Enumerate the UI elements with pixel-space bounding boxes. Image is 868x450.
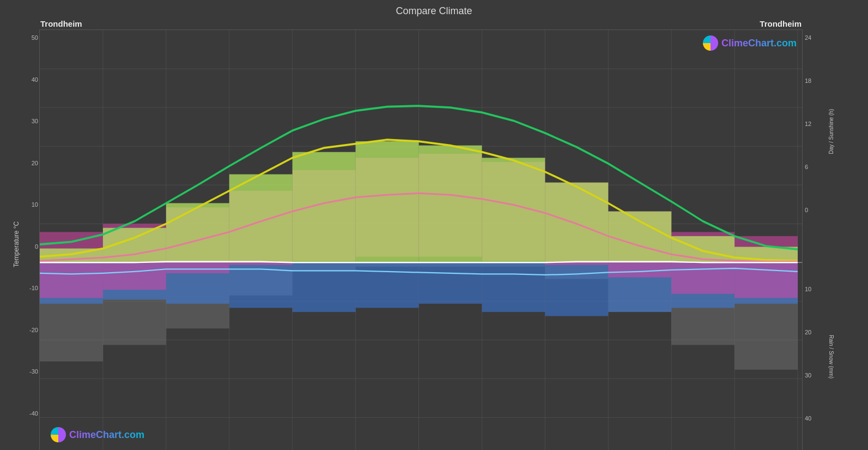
svg-rect-64 [356, 141, 419, 262]
logo-icon-bottom [51, 427, 66, 442]
right-axis-label-sunshine: Day / Sunshine (h) [820, 19, 842, 244]
svg-rect-40 [356, 262, 419, 308]
svg-rect-41 [419, 262, 482, 304]
right-axis-top-numbers: 24 18 12 6 0 10 20 30 40 [803, 19, 820, 450]
watermark-bottom: ClimeChart.com [51, 427, 144, 442]
right-axis-labels: Day / Sunshine (h) Rain / Snow (mm) [820, 19, 857, 450]
chart-area: Temperature °C 50 40 30 20 10 0 -10 -20 … [11, 19, 857, 450]
left-axis-numbers: 50 40 30 20 10 0 -10 -20 -30 -40 -50 [22, 19, 39, 450]
svg-rect-42 [482, 262, 545, 312]
watermark-top: ClimeChart.com [703, 35, 797, 51]
top-labels: Trondheim Trondheim [39, 19, 803, 28]
svg-rect-61 [166, 203, 229, 262]
city-label-right: Trondheim [760, 19, 802, 28]
logo-icon-top [703, 35, 718, 51]
left-axis-label: Temperature °C [11, 19, 22, 450]
chart-svg [40, 30, 802, 450]
svg-rect-65 [419, 146, 482, 263]
main-container: Compare Climate Temperature °C 50 40 30 … [0, 0, 868, 450]
svg-rect-68 [608, 212, 671, 263]
city-label-left: Trondheim [40, 19, 82, 28]
svg-rect-43 [545, 262, 608, 316]
watermark-text-top: ClimeChart.com [721, 38, 797, 49]
svg-rect-39 [293, 262, 356, 312]
chart-inner: Trondheim Trondheim [39, 19, 803, 450]
svg-rect-62 [229, 175, 293, 263]
chart-svg-container: ClimeChart.com ClimeChart.com [39, 29, 803, 450]
svg-rect-67 [545, 183, 608, 263]
right-axes-container: 24 18 12 6 0 10 20 30 40 Day / Sunshine … [803, 19, 857, 450]
chart-title: Compare Climate [11, 5, 857, 17]
svg-rect-63 [293, 152, 356, 263]
right-axis-label-rain: Rain / Snow (mm) [820, 244, 842, 451]
watermark-text-bottom: ClimeChart.com [69, 429, 144, 441]
